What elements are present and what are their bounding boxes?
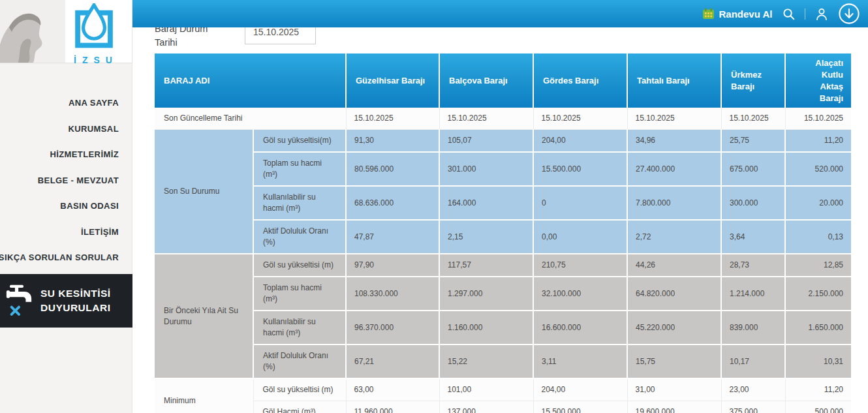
table-cell: 91,30: [346, 130, 439, 153]
table-cell: Aktif Doluluk Oranı (%): [253, 344, 346, 378]
table-header-dam: Gördes Barajı: [533, 54, 627, 108]
water-splash-icon: [12, 307, 19, 314]
table-cell: Göl su yükseltisi(m): [253, 130, 346, 153]
table-cell: 10,17: [721, 344, 785, 378]
table-cell: 210,75: [533, 254, 627, 277]
search-icon[interactable]: [783, 8, 795, 20]
table-cell: 80.596.000: [346, 152, 439, 186]
table-cell: 31,00: [627, 378, 721, 401]
table-cell: Göl su yükseltisi (m): [253, 254, 346, 277]
table-header-dam: Balçova Barajı: [439, 54, 533, 108]
table-cell: 15.500.000: [533, 401, 627, 413]
user-icon[interactable]: [815, 7, 828, 21]
sidebar: İZSU ANA SAYFAKURUMSALHİZMETLERİMİZBELGE…: [0, 0, 132, 413]
table-cell: 15.10.2025: [533, 108, 627, 130]
table-cell: 16.600.000: [533, 311, 627, 344]
table-cell: 68.636.000: [346, 186, 439, 220]
table-header-dam: Tahtalı Barajı: [627, 54, 721, 108]
sidebar-item[interactable]: BELGE - MEVZUAT: [38, 168, 119, 194]
table-cell: Kullanılabilir su hacmi (m³): [253, 186, 346, 220]
table-row: Göl Hacmi (m³)11.960.000137.00015.500.00…: [155, 401, 851, 413]
scroll-down-button[interactable]: [838, 3, 860, 25]
sidebar-item[interactable]: BASIN ODASI: [60, 193, 119, 219]
table-row: Bir Önceki Yıla Ait Su DurumuGöl su yüks…: [155, 254, 851, 277]
table-cell: 375.000: [721, 401, 785, 413]
izsu-logo-text: İZSU: [68, 55, 120, 65]
table-header-baraj-adi: BARAJ ADI: [155, 54, 346, 108]
table-cell: 96.370.000: [346, 311, 439, 344]
table-cell: 7.800.000: [627, 186, 721, 220]
table-cell: 32.100.000: [533, 277, 627, 311]
table-row: MinimumGöl su yükseltisi (m)63,00101,002…: [155, 378, 851, 401]
table-row: Son Güncelleme Tarihi15.10.202515.10.202…: [155, 108, 851, 130]
table-cell: 3,11: [533, 344, 627, 378]
table-cell: 25,75: [721, 130, 785, 153]
table-header-row: BARAJ ADIGüzelhisar BarajıBalçova Barajı…: [155, 54, 851, 108]
sidebar-item[interactable]: HİZMETLERİMİZ: [50, 142, 119, 168]
sidebar-item[interactable]: KURUMSAL: [68, 116, 119, 142]
table-cell: 97,90: [346, 254, 439, 277]
table-cell: 67,21: [346, 344, 439, 378]
table-cell: 15.10.2025: [721, 108, 785, 130]
table-cell: 12,85: [785, 254, 851, 277]
dam-table-wrap: BARAJ ADIGüzelhisar BarajıBalçova Barajı…: [155, 54, 851, 413]
table-cell: 44,26: [627, 254, 721, 277]
table-header-dam: Güzelhisar Barajı: [346, 54, 439, 108]
table-cell: 675.000: [721, 152, 785, 186]
table-cell: 63,00: [346, 378, 439, 401]
table-cell: 45.220.000: [627, 311, 721, 344]
table-cell: 117,57: [439, 254, 533, 277]
dam-table-body: Son Güncelleme Tarihi15.10.202515.10.202…: [155, 108, 851, 413]
water-drop-logo-icon: [74, 3, 114, 52]
table-cell: Göl su yükseltisi (m): [253, 378, 346, 401]
table-cell: 11,20: [785, 378, 851, 401]
sidebar-item[interactable]: İLETİŞİM: [81, 219, 119, 245]
sidebar-item[interactable]: SIKÇA SORULAN SORULAR: [0, 245, 119, 271]
izsu-logo[interactable]: İZSU: [68, 3, 120, 65]
table-cell: 300.000: [721, 186, 785, 220]
topbar-divider: [805, 8, 806, 20]
table-cell: Son Güncelleme Tarihi: [155, 108, 346, 130]
sidebar-item[interactable]: ANA SAYFA: [69, 90, 119, 116]
table-cell: 15.10.2025: [346, 108, 439, 130]
faucet-icon: [6, 284, 32, 318]
table-cell: 19.600.000: [627, 401, 721, 413]
table-cell: Bir Önceki Yıla Ait Su Durumu: [155, 254, 253, 378]
table-row: Aktif Doluluk Oranı (%)47,872,150,002,72…: [155, 220, 851, 254]
table-cell: Toplam su hacmi (m³): [253, 277, 346, 311]
table-cell: 11,20: [785, 130, 851, 153]
table-cell: 64.820.000: [627, 277, 721, 311]
table-cell: 11.960.000: [346, 401, 439, 413]
table-cell: 301.000: [439, 152, 533, 186]
table-cell: 23,00: [721, 378, 785, 401]
table-cell: 15.10.2025: [785, 108, 851, 130]
table-cell: 3,64: [721, 220, 785, 254]
table-row: Kullanılabilir su hacmi (m³)68.636.00016…: [155, 186, 851, 220]
table-row: Toplam su hacmi (m³)80.596.000301.00015.…: [155, 152, 851, 186]
table-cell: 137.000: [439, 401, 533, 413]
table-cell: 839.000: [721, 311, 785, 344]
randevu-al-label: Randevu Al: [719, 8, 773, 20]
randevu-al-link[interactable]: Randevu Al: [702, 8, 773, 20]
table-row: Son Su DurumuGöl su yükseltisi(m)91,3010…: [155, 130, 851, 153]
arrow-down-icon: [838, 3, 860, 25]
table-cell: 105,07: [439, 130, 533, 153]
table-cell: 10,31: [785, 344, 851, 378]
table-cell: 2,72: [627, 220, 721, 254]
su-kesintisi-banner[interactable]: SU KESİNTİSİ DUYURULARI: [0, 274, 132, 328]
table-cell: 27.400.000: [627, 152, 721, 186]
table-cell: 15.10.2025: [627, 108, 721, 130]
table-cell: 520.000: [785, 152, 851, 186]
banner-text: SU KESİNTİSİ DUYURULARI: [40, 286, 111, 315]
table-cell: 15.10.2025: [439, 108, 533, 130]
table-cell: 2.150.000: [785, 277, 851, 311]
table-cell: 1.214.000: [721, 277, 785, 311]
table-cell: Son Su Durumu: [155, 130, 253, 254]
dam-table: BARAJ ADIGüzelhisar BarajıBalçova Barajı…: [155, 54, 851, 413]
table-cell: 164.000: [439, 186, 533, 220]
table-cell: Göl Hacmi (m³): [253, 401, 346, 413]
table-cell: Toplam su hacmi (m³): [253, 152, 346, 186]
table-cell: 101,00: [439, 378, 533, 401]
table-cell: 15,75: [627, 344, 721, 378]
banner-line1: SU KESİNTİSİ: [40, 286, 111, 301]
